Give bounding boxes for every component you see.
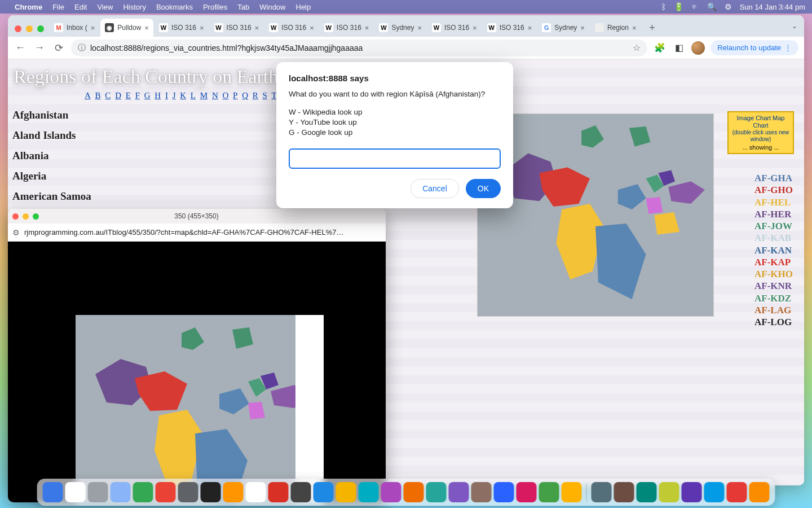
menu-file[interactable]: File (52, 3, 64, 11)
alpha-link[interactable]: Q (242, 91, 248, 100)
dock-app-icon[interactable] (494, 482, 514, 502)
tab-close-icon[interactable]: × (310, 24, 314, 32)
app-menu[interactable]: Chrome (15, 3, 42, 11)
dock-app-icon[interactable] (517, 482, 537, 502)
browser-tab[interactable]: WISO 316× (210, 19, 264, 37)
dock-app-icon[interactable] (659, 482, 679, 502)
browser-tab[interactable]: MInbox (× (50, 19, 99, 37)
chrome-menu-icon[interactable]: ⋮ (784, 43, 792, 52)
image-chart-map-box[interactable]: Image Chart Map Chart (double click uses… (727, 111, 794, 154)
alpha-link[interactable]: B (95, 91, 101, 100)
menu-history[interactable]: History (123, 3, 145, 11)
dock-app-icon[interactable] (359, 482, 379, 502)
menu-help[interactable]: Help (296, 3, 311, 11)
dock-app-icon[interactable] (246, 482, 266, 502)
maximize-window-button[interactable] (37, 25, 44, 32)
dock-app-icon[interactable] (291, 482, 311, 502)
dock-app-icon[interactable] (223, 482, 244, 502)
dock-app-icon[interactable] (268, 482, 289, 502)
tab-close-icon[interactable]: × (528, 24, 532, 32)
popup-close-button[interactable] (12, 213, 19, 220)
popup-url[interactable]: rjmprogramming.com.au/ITblog/455/350/?ch… (24, 228, 381, 237)
control-center-icon[interactable]: ⚙ (725, 2, 732, 11)
tab-close-icon[interactable]: × (91, 24, 95, 32)
alpha-link[interactable]: S (263, 91, 267, 100)
region-code[interactable]: AF-KAP (754, 256, 793, 268)
battery-icon[interactable]: 🔋 (674, 2, 683, 11)
dock-app-icon[interactable] (201, 482, 221, 502)
dock-app-icon[interactable] (682, 482, 702, 502)
dock-app-icon[interactable] (449, 482, 469, 502)
browser-tab[interactable]: WISO 316× (264, 19, 319, 37)
browser-tab[interactable]: WISO 316× (483, 19, 537, 37)
close-window-button[interactable] (15, 25, 21, 32)
popup-site-settings-icon[interactable]: ⚙ (12, 228, 20, 237)
bookmark-star-icon[interactable]: ☆ (633, 42, 641, 53)
menu-tab[interactable]: Tab (237, 3, 249, 11)
menu-edit[interactable]: Edit (74, 3, 87, 11)
back-button[interactable]: ← (14, 42, 27, 54)
dock-app-icon[interactable] (65, 482, 86, 502)
dock-app-icon[interactable] (156, 482, 176, 502)
forward-button[interactable]: → (33, 42, 46, 54)
alpha-link[interactable]: I (165, 91, 168, 100)
region-code[interactable]: AF-LAG (754, 304, 793, 316)
browser-tab[interactable]: Region× (590, 19, 641, 37)
dialog-input[interactable] (289, 148, 501, 169)
alpha-link[interactable]: C (105, 91, 111, 100)
profile-avatar[interactable] (691, 41, 705, 55)
dock-app-icon[interactable] (614, 482, 634, 502)
tab-overflow-button[interactable]: ⌄ (788, 20, 801, 32)
dock-app-icon[interactable] (592, 482, 612, 502)
dock-app-icon[interactable] (88, 482, 108, 502)
browser-tab[interactable]: ◉Pulldow× (100, 19, 153, 37)
dock-app-icon[interactable] (426, 482, 447, 502)
dock-app-icon[interactable] (111, 482, 131, 502)
new-tab-button[interactable]: + (645, 20, 660, 36)
region-code[interactable]: AF-KHO (754, 268, 793, 280)
alpha-link[interactable]: P (233, 91, 237, 100)
region-code[interactable]: AF-GHO (754, 184, 793, 196)
menubar-clock[interactable]: Sun 14 Jan 3:44 pm (740, 3, 805, 11)
popup-maximize-button[interactable] (33, 213, 39, 220)
alpha-link[interactable]: F (135, 91, 140, 100)
popup-minimize-button[interactable] (23, 213, 29, 220)
dock-app-icon[interactable] (637, 482, 657, 502)
tab-close-icon[interactable]: × (632, 24, 637, 32)
dock-app-icon[interactable] (336, 482, 356, 502)
alpha-link[interactable]: A (85, 91, 91, 100)
alpha-link[interactable]: O (222, 91, 228, 100)
dialog-ok-button[interactable]: OK (466, 179, 501, 198)
dock-app-icon[interactable] (314, 482, 334, 502)
dock-app-icon[interactable] (562, 482, 582, 502)
dock-app-icon[interactable] (539, 482, 559, 502)
alpha-link[interactable]: N (212, 91, 218, 100)
alpha-link[interactable]: J (173, 91, 176, 100)
menu-profiles[interactable]: Profiles (203, 3, 227, 11)
region-code[interactable]: AF-GHA (754, 172, 793, 184)
region-code[interactable]: AF-KAB (754, 232, 793, 244)
dock-app-icon[interactable] (178, 482, 198, 502)
region-code[interactable]: AF-HER (754, 208, 793, 220)
dock-app-icon[interactable] (381, 482, 401, 502)
alpha-link[interactable]: K (180, 91, 186, 100)
alpha-link[interactable]: E (126, 91, 131, 100)
wifi-icon[interactable]: ᯤ (691, 2, 699, 11)
address-bar[interactable]: ⓘ localhost:8888/regions_via_countries.h… (71, 40, 647, 56)
menu-bookmarks[interactable]: Bookmarks (156, 3, 193, 11)
site-info-icon[interactable]: ⓘ (78, 43, 86, 53)
popup-map[interactable] (76, 315, 324, 502)
browser-tab[interactable]: WISO 316× (320, 19, 374, 37)
region-code[interactable]: AF-KNR (754, 280, 793, 292)
browser-tab[interactable]: GSydney× (537, 19, 589, 37)
tab-close-icon[interactable]: × (200, 24, 204, 32)
dock-app-icon[interactable] (133, 482, 153, 502)
dock-app-icon[interactable] (749, 482, 770, 502)
tab-close-icon[interactable]: × (580, 24, 585, 32)
alpha-link[interactable]: H (155, 91, 161, 100)
dock-app-icon[interactable] (704, 482, 725, 502)
spotlight-icon[interactable]: 🔍 (707, 2, 717, 11)
browser-tab[interactable]: WISO 316× (427, 19, 482, 37)
alpha-link[interactable]: G (144, 91, 151, 100)
browser-tab[interactable]: WISO 316× (155, 19, 209, 37)
